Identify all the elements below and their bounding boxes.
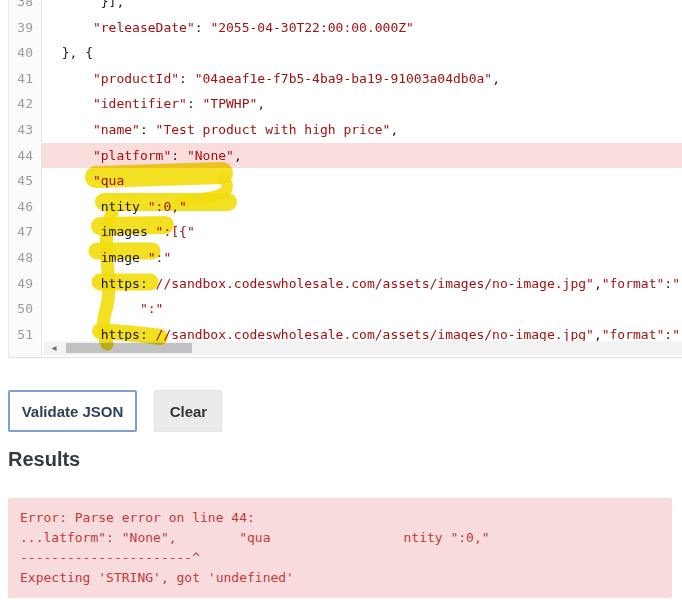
line-number: 49 [9, 271, 42, 297]
line-number: 39 [9, 15, 42, 41]
code-line-40[interactable]: 40 }, { [9, 40, 682, 66]
code-line-48[interactable]: 48 image ":" [9, 245, 682, 271]
scrollbar-thumb[interactable] [66, 343, 192, 353]
line-number: 50 [9, 296, 42, 322]
line-number: 48 [9, 245, 42, 271]
code-line-39[interactable]: 39 "releaseDate": "2055-04-30T22:00:00.0… [9, 15, 682, 41]
editor-horizontal-scrollbar[interactable]: ◂ [44, 341, 682, 355]
parse-error-text: Error: Parse error on line 44: ...latfor… [20, 508, 660, 588]
line-number: 45 [9, 168, 42, 194]
code-line-text[interactable]: "productId": "04aeaf1e-f7b5-4ba9-ba19-91… [42, 66, 682, 92]
line-number: 43 [9, 117, 42, 143]
clear-button[interactable]: Clear [154, 390, 222, 432]
code-line-text[interactable]: }, { [42, 40, 682, 66]
code-line-47[interactable]: 47 images ":[{" [9, 219, 682, 245]
code-line-45[interactable]: 45 "qua [9, 168, 682, 194]
scrollbar-left-arrow-icon[interactable]: ◂ [48, 341, 60, 355]
code-line-44[interactable]: 44 "platform": "None", [9, 143, 682, 169]
code-line-text[interactable]: "identifier": "TPWHP", [42, 91, 682, 117]
code-line-38[interactable]: 38 }], [9, 0, 682, 15]
code-line-42[interactable]: 42 "identifier": "TPWHP", [9, 91, 682, 117]
validate-json-button[interactable]: Validate JSON [8, 390, 137, 432]
code-line-text[interactable]: ":" [42, 296, 682, 322]
line-number: 46 [9, 194, 42, 220]
code-lines: 38 }],39 "releaseDate": "2055-04-30T22:0… [9, 0, 682, 347]
code-line-text[interactable]: "platform": "None", [42, 143, 682, 169]
json-code-editor[interactable]: 38 }],39 "releaseDate": "2055-04-30T22:0… [8, 0, 682, 358]
code-line-text[interactable]: "releaseDate": "2055-04-30T22:00:00.000Z… [42, 15, 682, 41]
code-line-text[interactable]: "qua [42, 168, 682, 194]
code-line-text[interactable]: }], [42, 0, 682, 15]
line-number: 47 [9, 219, 42, 245]
line-number: 51 [9, 322, 42, 348]
line-number: 41 [9, 66, 42, 92]
code-line-text[interactable]: "name": "Test product with high price", [42, 117, 682, 143]
results-heading: Results [8, 448, 80, 471]
code-line-text[interactable]: image ":" [42, 245, 682, 271]
code-line-50[interactable]: 50 ":" [9, 296, 682, 322]
line-number: 40 [9, 40, 42, 66]
code-line-43[interactable]: 43 "name": "Test product with high price… [9, 117, 682, 143]
parse-error-box: Error: Parse error on line 44: ...latfor… [8, 498, 672, 598]
line-number: 38 [9, 0, 42, 15]
code-line-text[interactable]: https: //sandbox.codeswholesale.com/asse… [42, 271, 682, 297]
code-line-41[interactable]: 41 "productId": "04aeaf1e-f7b5-4ba9-ba19… [9, 66, 682, 92]
json-validator-page: 38 }],39 "releaseDate": "2055-04-30T22:0… [0, 0, 682, 605]
code-line-46[interactable]: 46 ntity ":0," [9, 194, 682, 220]
validator-toolbar: Validate JSON Clear [8, 390, 222, 432]
code-line-text[interactable]: ntity ":0," [42, 194, 682, 220]
code-line-text[interactable]: images ":[{" [42, 219, 682, 245]
line-number: 44 [9, 143, 42, 169]
code-line-49[interactable]: 49 https: //sandbox.codeswholesale.com/a… [9, 271, 682, 297]
line-number: 42 [9, 91, 42, 117]
